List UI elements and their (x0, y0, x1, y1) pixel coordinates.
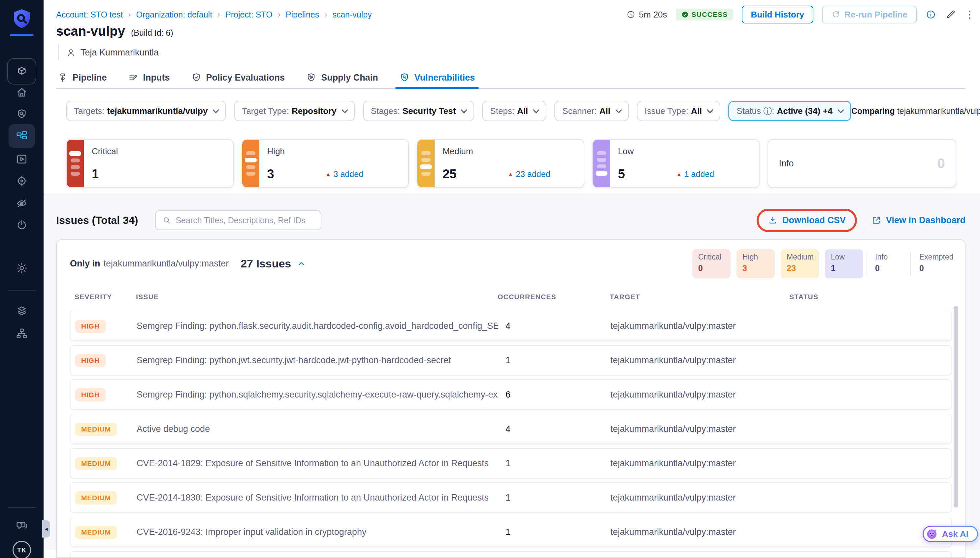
info-card[interactable]: Info 0 (767, 139, 956, 188)
table-row[interactable]: MEDIUM CVE-2016-9243: Improper input val… (70, 517, 952, 547)
search-box (155, 210, 321, 230)
edit-pencil-icon[interactable] (945, 9, 956, 20)
breadcrumb-link[interactable]: scan-vulpy (332, 10, 372, 20)
severity-card[interactable]: Low 5 ▲1 added (592, 139, 760, 188)
targets-icon[interactable] (8, 171, 35, 192)
filter-value: All (691, 106, 702, 116)
table-row[interactable]: MEDIUM Active debug code 4 tejakummariku… (70, 414, 952, 444)
tab-vulnerabilities[interactable]: Vulnerabilities (398, 67, 476, 88)
severity-chip[interactable]: High 3 (736, 249, 775, 278)
issue-title: Semgrep Finding: python.sqlalchemy.secur… (137, 390, 498, 400)
info-card-count: 0 (937, 156, 945, 171)
breadcrumb-link[interactable]: Account: STO test (56, 10, 123, 20)
occurrences-count: 1 (498, 458, 610, 469)
rerun-pipeline-button[interactable]: Re-run Pipeline (822, 6, 917, 23)
tab-label: Pipeline (73, 73, 107, 83)
filter-value: Security Test (402, 106, 456, 116)
pipelines-icon[interactable] (8, 124, 35, 148)
filter-value: Active (34) +4 (777, 106, 833, 116)
occurrences-count: 1 (498, 527, 610, 537)
avatar[interactable]: TK (13, 541, 31, 558)
kebab-menu-icon[interactable]: ⋮ (965, 10, 975, 20)
issues-total-title: Issues (Total 34) (56, 214, 138, 226)
tab-policy-evaluations[interactable]: Policy Evaluations (190, 67, 286, 88)
chevron-down-icon (533, 107, 540, 113)
info-icon[interactable] (925, 9, 936, 20)
view-in-dashboard-button[interactable]: View in Dashboard (872, 215, 965, 225)
breadcrumb-link[interactable]: Pipelines (286, 10, 319, 20)
filter-pill[interactable]: Target Type: Repository (234, 101, 355, 121)
settings-gear-icon[interactable] (8, 258, 35, 279)
severity-chip[interactable]: Critical 0 (692, 249, 731, 278)
chip-count: 0 (919, 264, 946, 273)
tab-label: Policy Evaluations (206, 73, 285, 83)
tab-inputs[interactable]: Inputs (127, 67, 171, 88)
severity-chip[interactable]: Low 1 (825, 249, 863, 278)
build-history-button[interactable]: Build History (742, 6, 814, 23)
issues-count: 27 Issues (241, 257, 291, 270)
tab-pipeline[interactable]: Pipeline (56, 67, 108, 88)
sidebar-expand-handle[interactable]: ◂ (42, 520, 50, 538)
severity-card[interactable]: Medium 25 ▲23 added (417, 139, 584, 188)
filter-label: Targets: (74, 106, 105, 116)
issue-title: CVE-2014-1829: Exposure of Sensitive Inf… (137, 458, 498, 469)
ai-robot-icon (926, 528, 938, 540)
sto-logo-icon[interactable] (10, 7, 34, 31)
chevron-up-icon (297, 259, 306, 268)
filter-value: Repository (292, 106, 337, 116)
info-card-label: Info (779, 159, 793, 169)
tab-bar: Pipeline Inputs Policy Evaluations Suppl… (56, 67, 965, 89)
severity-chip[interactable]: Info 0 (869, 249, 907, 278)
layers-settings-icon[interactable] (8, 300, 35, 322)
severity-card-label: High (267, 146, 401, 156)
table-row[interactable]: MEDIUM CVE-2014-1829: Exposure of Sensit… (70, 448, 952, 478)
issue-target: tejakummarikuntla/vulpy:master (610, 424, 790, 434)
home-icon[interactable] (8, 82, 35, 103)
ask-ai-button[interactable]: Ask AI (923, 526, 978, 542)
breadcrumb-link[interactable]: Project: STO (225, 10, 273, 20)
module-cube-icon[interactable] (7, 58, 36, 85)
breadcrumb-item: scan-vulpy (332, 10, 372, 20)
severity-chips: Critical 0 High 3 Medium 23 Low 1 (692, 249, 952, 278)
severity-chip[interactable]: Medium 23 (781, 249, 819, 278)
filter-pill[interactable]: Status ⓘ: Active (34) +4 (728, 101, 851, 121)
chevron-down-icon (461, 107, 467, 113)
triangle-up-icon: ▲ (508, 171, 513, 177)
occurrences-count: 4 (498, 424, 610, 434)
filter-pill[interactable]: Issue Type: All (637, 101, 721, 121)
download-csv-button[interactable]: Download CSV (768, 215, 846, 225)
breadcrumb-link[interactable]: Organization: default (136, 10, 212, 20)
severity-chip[interactable]: Exempted 0 (913, 249, 952, 278)
occurrences-count: 1 (498, 492, 610, 503)
issue-title: Active debug code (137, 424, 498, 434)
chevron-down-icon (213, 107, 219, 113)
page-title: scan-vulpy (56, 24, 125, 39)
eye-off-icon[interactable] (8, 193, 35, 214)
table-row[interactable]: HIGH Semgrep Finding: python.jwt.securit… (70, 345, 952, 376)
executions-icon[interactable] (8, 149, 35, 170)
status-badge: SUCCESS (676, 8, 733, 20)
severity-card[interactable]: High 3 ▲3 added (242, 139, 409, 188)
sidebar-divider (8, 290, 36, 290)
table-row[interactable]: HIGH Semgrep Finding: python.sqlalchemy.… (70, 379, 952, 410)
severity-card[interactable]: Critical 1 ▲ (66, 139, 234, 188)
power-icon[interactable] (8, 215, 35, 236)
table-row[interactable]: MEDIUM CVE-2017-11424: PyJWT: ... 1 teja… (70, 551, 952, 558)
tab-supply-chain[interactable]: Supply Chain (304, 67, 380, 88)
filter-pill[interactable]: Targets: tejakummarikuntla/vulpy (66, 101, 226, 121)
help-chat-icon[interactable] (8, 515, 35, 536)
org-settings-icon[interactable] (8, 323, 35, 344)
filter-pill[interactable]: Scanner: All (555, 101, 628, 121)
scrollbar-thumb[interactable] (954, 306, 958, 507)
severity-added-delta: ▲1 added (676, 169, 714, 179)
table-row[interactable]: HIGH Semgrep Finding: python.flask.secur… (70, 311, 952, 341)
table-row[interactable]: MEDIUM CVE-2014-1830: Exposure of Sensit… (70, 483, 952, 513)
collapse-toggle[interactable] (297, 259, 306, 268)
title-row: scan-vulpy (Build Id: 6) (56, 24, 965, 39)
filter-pill[interactable]: Stages: Security Test (363, 101, 474, 121)
chip-count: 0 (875, 264, 901, 273)
breadcrumb-item: Organization: default (136, 10, 225, 20)
shield-search-icon[interactable] (8, 104, 35, 125)
filter-pill[interactable]: Steps: All (482, 101, 546, 121)
search-input[interactable] (175, 216, 314, 225)
